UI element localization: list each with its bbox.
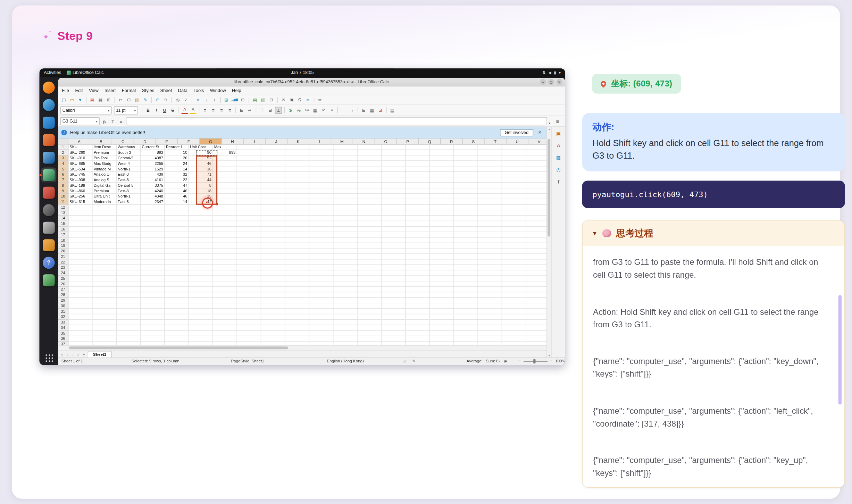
dock-item-libreoffice-writer[interactable]	[41, 150, 56, 165]
cell-D27[interactable]	[141, 287, 165, 292]
cell-L25[interactable]	[334, 276, 358, 282]
column-header-o[interactable]: O	[375, 138, 397, 144]
cell-C3[interactable]: Central-5	[117, 156, 141, 161]
cell-B11[interactable]: Modern In	[93, 199, 117, 205]
font-color-icon[interactable]: A	[181, 107, 189, 114]
cell-J22[interactable]	[285, 260, 309, 265]
cell-C10[interactable]: North-1	[117, 194, 141, 199]
cell-D13[interactable]	[141, 210, 165, 216]
cell-C37[interactable]	[117, 342, 141, 345]
cell-S4[interactable]	[502, 161, 526, 167]
cell-R22[interactable]	[478, 260, 502, 265]
cell-Q19[interactable]	[454, 243, 478, 249]
cell-P27[interactable]	[430, 287, 454, 292]
cell-Q1[interactable]	[454, 144, 478, 150]
new-document-icon[interactable]: ▢	[60, 96, 67, 104]
cell-G28[interactable]	[213, 292, 237, 298]
cell-G14[interactable]	[213, 216, 237, 221]
cell-C8[interactable]: Central-5	[117, 183, 141, 188]
cell-H15[interactable]	[237, 221, 261, 227]
cell-G30[interactable]	[213, 303, 237, 309]
cell-I8[interactable]	[261, 183, 285, 188]
cell-C5[interactable]: North-1	[117, 166, 141, 172]
cell-H12[interactable]	[237, 205, 261, 210]
cell-Q12[interactable]	[454, 205, 478, 210]
cell-P14[interactable]	[430, 216, 454, 221]
cell-Q26[interactable]	[454, 282, 478, 287]
cell-Q36[interactable]	[454, 336, 478, 342]
cell-Q4[interactable]	[454, 161, 478, 167]
cell-T35[interactable]	[526, 331, 546, 336]
cell-D10[interactable]: 4348	[141, 194, 165, 199]
cell-S25[interactable]	[502, 276, 526, 282]
cell-J34[interactable]	[285, 325, 309, 331]
cell-N21[interactable]	[382, 254, 406, 260]
cell-R2[interactable]	[478, 150, 502, 156]
cell-M34[interactable]	[358, 325, 382, 331]
cell-P22[interactable]	[430, 260, 454, 265]
cell-R17[interactable]	[478, 232, 502, 238]
cell-T21[interactable]	[526, 254, 546, 260]
cell-G4[interactable]	[213, 161, 237, 167]
cell-L30[interactable]	[334, 303, 358, 309]
cell-I15[interactable]	[261, 221, 285, 227]
cell-R6[interactable]	[478, 172, 502, 177]
cell-Q32[interactable]	[454, 314, 478, 320]
column-header-n[interactable]: N	[353, 138, 375, 144]
cell-L24[interactable]	[334, 270, 358, 276]
cell-P3[interactable]	[430, 156, 454, 161]
cell-C32[interactable]	[117, 314, 141, 320]
cell-T22[interactable]	[526, 260, 546, 265]
cell-Q18[interactable]	[454, 238, 478, 243]
hyperlink-icon[interactable]: ∞	[304, 96, 312, 104]
cell-F26[interactable]	[189, 282, 213, 287]
name-box[interactable]: G3:G11	[60, 117, 100, 126]
cell-D16[interactable]	[141, 227, 165, 232]
cell-A4[interactable]: SKU-685	[68, 161, 92, 167]
row-header-14[interactable]: 14	[58, 216, 68, 221]
cell-M23[interactable]	[358, 265, 382, 270]
cell-G7[interactable]	[213, 177, 237, 183]
cell-B27[interactable]	[93, 287, 117, 292]
row-header-36[interactable]: 36	[58, 336, 68, 342]
vertical-scrollbar-thumb[interactable]	[548, 139, 550, 237]
cell-B37[interactable]	[93, 342, 117, 345]
paste-icon[interactable]: ▥	[134, 96, 141, 104]
cell-G12[interactable]	[213, 205, 237, 210]
cell-O25[interactable]	[406, 276, 430, 282]
cell-A29[interactable]	[68, 298, 92, 303]
cell-D14[interactable]	[141, 216, 165, 221]
cell-E37[interactable]	[165, 342, 189, 345]
cell-D37[interactable]	[141, 342, 165, 345]
print-preview-icon[interactable]: ⊞	[105, 96, 112, 104]
cell-S21[interactable]	[502, 254, 526, 260]
cell-S16[interactable]	[502, 227, 526, 232]
sidebar-menu-icon[interactable]: ≡	[552, 118, 563, 124]
cell-A2[interactable]: SKU-260	[68, 150, 92, 156]
cell-B19[interactable]	[93, 243, 117, 249]
cell-B7[interactable]: Analog S	[93, 177, 117, 183]
cell-F3[interactable]: 52	[189, 156, 213, 161]
cell-D17[interactable]	[141, 232, 165, 238]
cell-R37[interactable]	[478, 342, 502, 345]
cell-T5[interactable]	[526, 166, 546, 172]
cell-M21[interactable]	[358, 254, 382, 260]
cell-E35[interactable]	[165, 331, 189, 336]
cell-T31[interactable]	[526, 309, 546, 314]
cell-C29[interactable]	[117, 298, 141, 303]
sort-descending-icon[interactable]: ↑	[211, 96, 218, 104]
cell-L31[interactable]	[334, 309, 358, 314]
cell-O35[interactable]	[406, 331, 430, 336]
cell-C13[interactable]	[117, 210, 141, 216]
row-header-18[interactable]: 18	[58, 238, 68, 243]
row-header-25[interactable]: 25	[58, 276, 68, 282]
font-name-select[interactable]: Calibri	[60, 106, 111, 115]
cell-O6[interactable]	[406, 172, 430, 177]
cell-H25[interactable]	[237, 276, 261, 282]
column-header-v[interactable]: V	[528, 138, 546, 144]
cell-D6[interactable]: 439	[141, 172, 165, 177]
cell-C7[interactable]: East-3	[117, 177, 141, 183]
cell-L21[interactable]	[334, 254, 358, 260]
notification-close-icon[interactable]	[537, 130, 543, 135]
cell-K15[interactable]	[309, 221, 333, 227]
